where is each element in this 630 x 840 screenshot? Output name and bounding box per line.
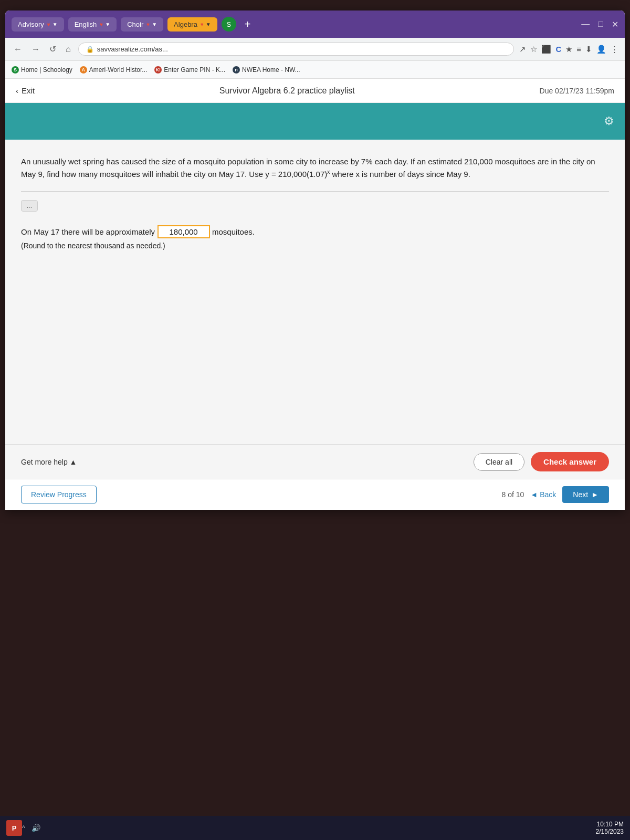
browser-action-icons: ↗ ☆ ⬛ C ★ ≡ ⬇ 👤 ⋮ xyxy=(519,45,618,54)
navigation-bar: Review Progress 8 of 10 ◄ Back Next ► xyxy=(5,479,625,510)
forward-nav-button[interactable]: → xyxy=(29,43,42,56)
bookmark-nwea[interactable]: n NWEA Home - NW... xyxy=(233,66,300,74)
star-icon[interactable]: ☆ xyxy=(530,45,537,54)
page-count: 8 of 10 xyxy=(502,490,524,499)
next-label: Next xyxy=(573,490,588,499)
settings-icon[interactable]: ⚙ xyxy=(604,114,614,128)
expand-button[interactable]: ... xyxy=(21,200,38,212)
profile-icon[interactable]: 👤 xyxy=(596,45,606,54)
answer-suffix: mosquitoes. xyxy=(212,227,255,236)
tab-algebra[interactable]: Algebra ♥ ▼ xyxy=(167,17,217,32)
review-progress-button[interactable]: Review Progress xyxy=(21,486,97,503)
page-header: ‹ Exit Survivor Algebra 6.2 practice pla… xyxy=(5,79,625,103)
nwea-favicon: n xyxy=(233,66,240,74)
due-date: Due 02/17/23 11:59pm xyxy=(540,87,614,95)
answer-input-field[interactable]: 180,000 xyxy=(158,225,210,238)
tab-schoology-label: S xyxy=(226,20,231,28)
window-controls: — □ ✕ xyxy=(581,19,618,29)
tab-advisory[interactable]: Advisory ♥ ▼ xyxy=(12,17,64,32)
exit-button[interactable]: ‹ Exit xyxy=(16,86,35,95)
tab-schoology[interactable]: S xyxy=(222,17,236,32)
pin-icon[interactable]: ★ xyxy=(565,45,572,54)
menu-icon[interactable]: ⋮ xyxy=(611,45,618,54)
download-icon[interactable]: ⬇ xyxy=(585,45,592,54)
address-bar: ← → ↺ ⌂ 🔒 savvasrealize.com/as... ↗ ☆ ⬛ … xyxy=(5,38,625,61)
bookmarks-bar: S Home | Schoology A Ameri-World Histor.… xyxy=(5,61,625,79)
check-answer-button[interactable]: Check answer xyxy=(531,452,609,471)
clear-all-button[interactable]: Clear all xyxy=(474,453,524,471)
share-icon[interactable]: ↗ xyxy=(519,45,526,54)
answer-note: (Round to the nearest thousand as needed… xyxy=(21,242,255,250)
chevron-down-icon: ▼ xyxy=(152,22,157,27)
chevron-down-icon: ▼ xyxy=(105,22,110,27)
minimize-button[interactable]: — xyxy=(581,19,590,29)
restore-button[interactable]: □ xyxy=(598,19,603,29)
heart-icon: ♥ xyxy=(146,22,150,27)
back-arrow-icon: ‹ xyxy=(16,86,18,95)
chevron-down-icon: ▼ xyxy=(206,22,211,27)
bookmark-kahoot[interactable]: K! Enter Game PIN - K... xyxy=(154,66,225,74)
reload-button[interactable]: ↺ xyxy=(47,42,58,56)
divider xyxy=(21,191,609,192)
bookmark-schoology-label: Home | Schoology xyxy=(21,66,72,74)
bookmark-kahoot-label: Enter Game PIN - K... xyxy=(164,66,225,74)
heart-icon: ♥ xyxy=(47,22,50,27)
exit-label: Exit xyxy=(22,86,35,95)
heart-icon: ♥ xyxy=(201,22,204,27)
bookmark-ameri-world[interactable]: A Ameri-World Histor... xyxy=(80,66,147,74)
answer-prefix: On May 17 there will be approximately xyxy=(21,227,155,236)
kahoot-favicon: K! xyxy=(154,66,162,74)
left-arrow-icon: ◄ xyxy=(530,490,538,499)
chevron-down-icon: ▼ xyxy=(52,22,58,27)
extension-icon[interactable]: ⬛ xyxy=(541,45,551,54)
tab-choir-label: Choir xyxy=(127,20,143,28)
new-tab-button[interactable]: + xyxy=(240,16,255,33)
heart-icon: ♥ xyxy=(100,22,103,27)
home-button[interactable]: ⌂ xyxy=(64,43,73,56)
url-text: savvasrealize.com/as... xyxy=(97,45,168,53)
taskbar-time: 10:10 PM xyxy=(596,821,624,828)
get-more-help-button[interactable]: Get more help ▲ xyxy=(21,458,77,466)
url-input[interactable]: 🔒 savvasrealize.com/as... xyxy=(78,43,514,56)
browser-title-bar: Advisory ♥ ▼ English ♥ ▼ Choir ♥ ▼ Algeb… xyxy=(5,10,625,38)
taskbar: P ^ 🔊 10:10 PM 2/15/2023 xyxy=(0,816,630,840)
taskbar-date: 2/15/2023 xyxy=(596,828,624,835)
close-button[interactable]: ✕ xyxy=(612,19,618,29)
taskbar-clock: 10:10 PM 2/15/2023 xyxy=(596,821,624,835)
back-nav-button[interactable]: ← xyxy=(12,43,24,56)
tab-english[interactable]: English ♥ ▼ xyxy=(68,17,117,32)
back-label: Back xyxy=(540,490,556,499)
bookmark-nwea-label: NWEA Home - NW... xyxy=(242,66,300,74)
content-area: An unusually wet spring has caused the s… xyxy=(5,140,625,444)
tab-choir[interactable]: Choir ♥ ▼ xyxy=(121,17,163,32)
question-text-part2: where x is number of days since May 9. xyxy=(330,170,470,178)
caret-icon: ^ xyxy=(22,824,25,832)
question-text-part1: An unusually wet spring has caused the s… xyxy=(21,157,595,178)
list-icon[interactable]: ≡ xyxy=(576,45,581,54)
action-bar: Get more help ▲ Clear all Check answer xyxy=(5,444,625,479)
schoology-favicon: S xyxy=(12,66,19,74)
tab-algebra-label: Algebra xyxy=(174,20,197,28)
ameri-favicon: A xyxy=(80,66,87,74)
tab-english-label: English xyxy=(75,20,97,28)
teal-header-bar: ⚙ xyxy=(5,103,625,140)
back-button[interactable]: ◄ Back xyxy=(530,490,556,499)
lock-icon: 🔒 xyxy=(86,46,94,53)
tab-advisory-label: Advisory xyxy=(18,20,44,28)
right-arrow-icon: ► xyxy=(591,490,598,499)
pagination-controls: 8 of 10 ◄ Back Next ► xyxy=(502,486,609,503)
powerpoint-taskbar-icon[interactable]: P xyxy=(6,820,22,836)
c-extension-icon[interactable]: C xyxy=(555,45,561,54)
answer-section: On May 17 there will be approximately 18… xyxy=(21,225,609,250)
bookmark-ameri-label: Ameri-World Histor... xyxy=(89,66,147,74)
next-button[interactable]: Next ► xyxy=(562,486,609,503)
system-tray: ^ 🔊 xyxy=(22,824,40,832)
question-text: An unusually wet spring has caused the s… xyxy=(21,155,609,181)
playlist-title: Survivor Algebra 6.2 practice playlist xyxy=(219,86,355,96)
bookmark-schoology[interactable]: S Home | Schoology xyxy=(12,66,72,74)
speaker-icon: 🔊 xyxy=(32,824,40,832)
